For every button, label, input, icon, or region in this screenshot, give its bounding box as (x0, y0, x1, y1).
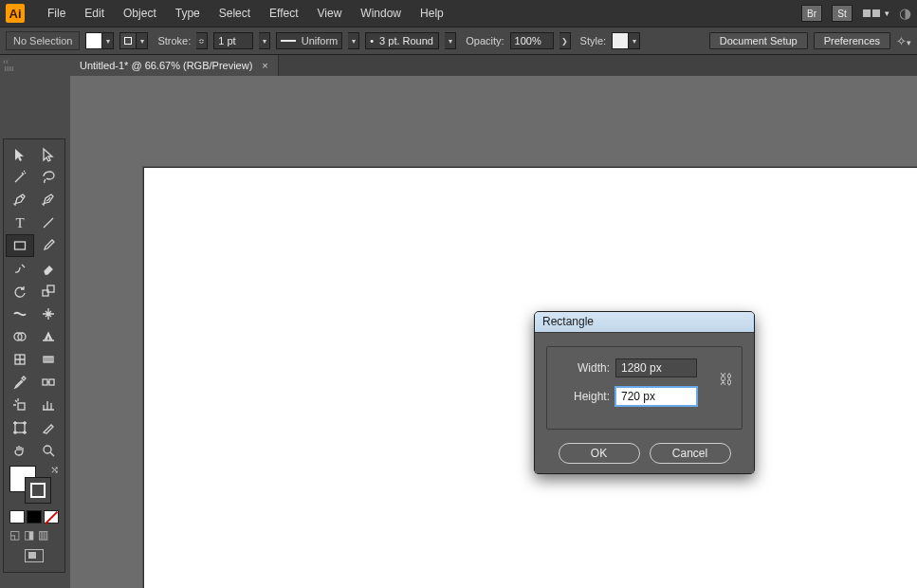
svg-point-11 (44, 446, 51, 453)
zoom-tool[interactable] (34, 439, 63, 462)
width-label: Width: (560, 361, 610, 375)
slice-tool[interactable] (34, 416, 63, 439)
blend-tool[interactable] (34, 371, 63, 394)
width-tool[interactable] (6, 303, 34, 325)
canvas[interactable] (70, 76, 917, 588)
collapse-dock-icon[interactable]: ‹‹ (3, 57, 9, 66)
svg-rect-9 (18, 403, 25, 410)
mesh-tool[interactable] (6, 348, 34, 371)
tabstrip-empty (279, 55, 917, 76)
stroke-swatch[interactable]: ▾ (119, 32, 148, 49)
constrain-proportions-icon[interactable]: ⛓ (719, 371, 733, 387)
svg-rect-8 (49, 379, 54, 385)
svg-rect-10 (15, 423, 25, 432)
eyedropper-tool[interactable] (6, 371, 34, 394)
variable-width-profile[interactable]: Uniform (276, 32, 342, 49)
hand-tool[interactable] (6, 439, 34, 462)
menu-view[interactable]: View (308, 7, 352, 20)
stroke-weight-chevron[interactable]: ▾ (259, 32, 270, 49)
menu-window[interactable]: Window (351, 7, 411, 20)
profile-chevron[interactable]: ▾ (348, 32, 359, 49)
document-tabstrip: Untitled-1* @ 66.67% (RGB/Preview) × (70, 55, 917, 76)
curvature-tool[interactable] (34, 189, 63, 211)
control-bar: No Selection ▾ ▾ Stroke: ≎ 1 pt ▾ Unifor… (0, 27, 917, 55)
preferences-button[interactable]: Preferences (814, 32, 890, 49)
draw-inside-icon[interactable]: ▥ (38, 528, 48, 542)
screen-mode-button[interactable] (25, 549, 44, 562)
menu-object[interactable]: Object (114, 7, 166, 20)
workspace: ‹‹ Untitled-1* @ 66.67% (RGB/Preview) × … (0, 55, 917, 588)
scale-tool[interactable] (34, 280, 63, 303)
ok-button[interactable]: OK (559, 443, 640, 464)
document-tab[interactable]: Untitled-1* @ 66.67% (RGB/Preview) × (70, 55, 279, 76)
free-transform-tool[interactable] (34, 303, 63, 325)
document-setup-button[interactable]: Document Setup (709, 32, 808, 49)
stroke-color-icon[interactable] (25, 477, 51, 504)
line-segment-tool[interactable] (34, 211, 63, 234)
swap-fill-stroke-icon[interactable]: ⤭ (50, 464, 59, 476)
shape-builder-tool[interactable] (6, 325, 34, 348)
arrange-documents-button[interactable]: ▾ (862, 9, 889, 18)
color-mode-gradient[interactable] (27, 510, 42, 524)
color-mode-color[interactable] (9, 510, 25, 524)
menu-edit[interactable]: Edit (75, 7, 114, 20)
opacity-label: Opacity: (466, 35, 504, 46)
artboard-tool[interactable] (6, 416, 34, 439)
height-label: Height: (560, 390, 610, 403)
perspective-grid-tool[interactable] (34, 325, 63, 348)
draw-behind-icon[interactable]: ◨ (24, 528, 34, 542)
gradient-tool[interactable] (34, 348, 63, 371)
fill-swatch[interactable]: ▾ (85, 32, 114, 49)
magic-wand-tool[interactable] (6, 166, 34, 189)
dialog-title[interactable]: Rectangle (535, 312, 754, 333)
menu-bar: Ai File Edit Object Type Select Effect V… (0, 0, 917, 27)
menu-select[interactable]: Select (210, 7, 260, 20)
app-logo: Ai (6, 4, 25, 23)
color-mode-row (6, 507, 63, 526)
opacity-chevron[interactable]: ❯ (559, 32, 571, 49)
artboard[interactable] (143, 167, 917, 588)
height-input[interactable] (615, 387, 697, 406)
align-to-button[interactable]: ✧▾ (896, 34, 911, 48)
direct-selection-tool[interactable] (34, 143, 63, 166)
cancel-button[interactable]: Cancel (650, 443, 731, 464)
stroke-label: Stroke: (157, 35, 191, 46)
menu-effect[interactable]: Effect (260, 7, 307, 20)
tools-panel: T (3, 138, 65, 573)
document-tab-title: Untitled-1* @ 66.67% (RGB/Preview) (80, 60, 252, 71)
svg-rect-7 (43, 379, 47, 385)
fill-stroke-indicator[interactable]: ⤭ (6, 464, 63, 505)
stock-button[interactable]: St (832, 5, 853, 22)
svg-rect-0 (15, 242, 26, 249)
stroke-weight-field[interactable]: 1 pt (213, 32, 253, 49)
brush-definition[interactable]: •3 pt. Round (365, 32, 439, 49)
gpu-performance-icon[interactable]: ◑ (899, 5, 911, 22)
stroke-weight-stepper[interactable]: ≎ (196, 32, 208, 49)
dock-grip-icon[interactable] (5, 66, 16, 71)
symbol-sprayer-tool[interactable] (6, 394, 34, 416)
paintbrush-tool[interactable] (34, 234, 63, 257)
menu-file[interactable]: File (38, 7, 75, 20)
graphic-style-swatch[interactable]: ▾ (612, 32, 640, 49)
column-graph-tool[interactable] (34, 394, 63, 416)
type-tool[interactable]: T (6, 211, 34, 234)
pen-tool[interactable] (6, 189, 34, 211)
color-mode-none[interactable] (44, 510, 59, 524)
eraser-tool[interactable] (34, 257, 63, 280)
draw-normal-icon[interactable]: ◱ (9, 528, 20, 542)
bridge-button[interactable]: Br (801, 5, 822, 22)
shaper-tool[interactable] (6, 257, 34, 280)
lasso-tool[interactable] (34, 166, 63, 189)
opacity-field[interactable]: 100% (510, 32, 554, 49)
selection-indicator: No Selection (6, 31, 80, 50)
selection-tool[interactable] (6, 143, 34, 166)
menu-type[interactable]: Type (166, 7, 210, 20)
rectangle-dialog: Rectangle Width: Height: ⛓ OK Cancel (534, 311, 755, 474)
brush-chevron[interactable]: ▾ (445, 32, 456, 49)
width-input[interactable] (615, 358, 697, 377)
rectangle-tool[interactable] (6, 234, 34, 257)
style-label: Style: (580, 35, 607, 46)
rotate-tool[interactable] (6, 280, 34, 303)
close-tab-icon[interactable]: × (262, 60, 267, 71)
menu-help[interactable]: Help (411, 7, 453, 20)
